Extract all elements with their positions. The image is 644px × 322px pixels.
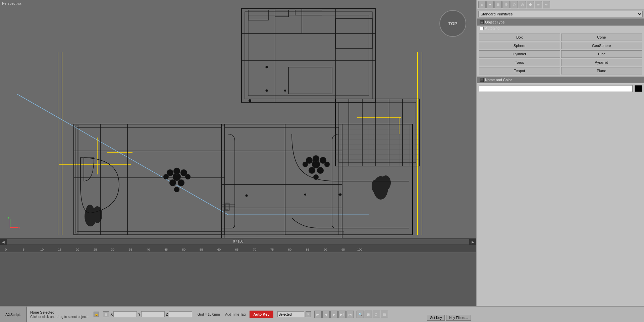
axscript-button[interactable]: AXScript. [0, 307, 27, 322]
coord-x-icon[interactable]: ⊞ [103, 311, 109, 317]
transport-next-frame[interactable]: ▶| [338, 311, 346, 318]
svg-point-93 [246, 195, 248, 197]
svg-point-47 [169, 179, 176, 186]
object-type-label: Object Type [485, 20, 505, 24]
btn-geosphere[interactable]: GeoSphere [561, 42, 642, 49]
svg-point-58 [313, 155, 319, 162]
toolbar-icon-4[interactable]: ⚙ [502, 1, 510, 8]
x-coord-input[interactable] [113, 311, 137, 317]
svg-point-95 [304, 194, 306, 196]
autogrid-checkbox[interactable] [480, 26, 484, 30]
timeline-ruler: 0 5 10 15 20 25 30 35 40 45 50 55 60 65 … [0, 245, 476, 252]
misc-btn-2[interactable]: ▤ [381, 311, 388, 318]
transport-end[interactable]: ⏭ [346, 311, 354, 318]
status-bar: AXScript. None Selected Click or click-a… [0, 306, 644, 322]
add-time-tag-label: Add Time Tag [225, 313, 246, 316]
svg-point-56 [309, 167, 315, 174]
key-filters-button[interactable]: Key Filters... [446, 315, 471, 321]
selection-lock-icon[interactable]: 🔒 [94, 312, 99, 317]
selected-dropdown-arrow[interactable]: ▼ [306, 311, 311, 317]
color-swatch[interactable] [635, 85, 642, 92]
y-coord-input[interactable] [141, 311, 165, 317]
svg-point-75 [381, 175, 391, 190]
transport-prev-frame[interactable]: ◀ [322, 311, 330, 318]
svg-point-49 [173, 168, 180, 174]
svg-point-91 [266, 90, 268, 92]
object-type-grid: Box Cone Sphere GeoSphere Cylinder Tube … [477, 32, 644, 76]
svg-point-50 [163, 174, 169, 179]
toolbar-icon-8[interactable]: ≋ [535, 1, 542, 8]
svg-point-57 [317, 167, 324, 174]
btn-teapot[interactable]: Teapot [479, 67, 560, 74]
x-label: X [110, 313, 113, 316]
toolbar-icon-7[interactable]: ⬢ [527, 1, 534, 8]
misc-btn-1[interactable]: ⬡ [373, 311, 380, 318]
right-toolbar: ◈ ✦ ⊞ ⚙ ⬡ ◎ ⬢ ≋ ∿ [477, 0, 644, 9]
timeline-scrubber[interactable]: 0 / 100 [7, 239, 470, 245]
autogrid-row: AutoGrid [477, 25, 644, 32]
transport-start[interactable]: ⏮ [314, 311, 322, 318]
timeline-track-prev[interactable]: ◀ [0, 239, 7, 245]
btn-torus[interactable]: Torus [479, 59, 560, 66]
btn-cylinder[interactable]: Cylinder [479, 50, 560, 58]
compass-label: TOP [448, 21, 458, 26]
status-selected-text: None Selected [30, 310, 88, 314]
btn-pyramid[interactable]: Pyramid [561, 59, 642, 66]
axscript-label: AXScript. [5, 313, 21, 317]
svg-text:Y: Y [8, 217, 10, 219]
svg-rect-0 [0, 0, 476, 238]
toolbar-icon-3[interactable]: ⊞ [494, 1, 502, 8]
toolbar-icon-9[interactable]: ∿ [543, 1, 550, 8]
timeline-frame-display: 0 / 100 [233, 239, 244, 243]
primitive-type-select[interactable]: Standard Primitives [478, 11, 643, 17]
svg-point-89 [249, 99, 251, 102]
btn-plane[interactable]: Plane [561, 67, 642, 74]
transport-play[interactable]: ▶ [330, 311, 338, 318]
svg-point-76 [372, 179, 380, 193]
search-icon-btn[interactable]: 🔍 [357, 311, 364, 318]
grid-label: Grid = 10.0mm [198, 313, 220, 316]
autogrid-label: AutoGrid [485, 26, 499, 30]
btn-cone[interactable]: Cone [561, 34, 642, 41]
toolbar-icon-5[interactable]: ⬡ [511, 1, 518, 8]
name-color-label: Name and Color [485, 78, 512, 82]
auto-key-button[interactable]: Auto Key [250, 311, 273, 318]
svg-point-60 [324, 162, 330, 167]
z-coord-input[interactable] [169, 311, 192, 317]
toolbar-icon-6[interactable]: ◎ [519, 1, 526, 8]
name-color-content [477, 83, 644, 94]
right-panel: ◈ ✦ ⊞ ⚙ ⬡ ◎ ⬢ ≋ ∿ Standard Primitives − … [476, 0, 644, 322]
timeline-track-next[interactable]: ▶ [470, 239, 476, 245]
svg-point-92 [284, 90, 286, 92]
timeline-track: ◀ 0 / 100 ▶ [0, 239, 476, 245]
grid-snap-btn[interactable]: ⊞ [365, 311, 372, 318]
toolbar-icon-1[interactable]: ◈ [478, 1, 486, 8]
primitive-dropdown-container: Standard Primitives [477, 9, 644, 19]
object-name-input[interactable] [479, 85, 633, 92]
btn-sphere[interactable]: Sphere [479, 42, 560, 49]
svg-point-96 [338, 194, 340, 196]
svg-point-48 [178, 179, 184, 186]
svg-point-52 [174, 187, 179, 192]
viewport-compass: TOP [439, 10, 466, 37]
svg-point-90 [266, 66, 268, 68]
svg-text:X: X [19, 226, 20, 229]
set-key-button[interactable]: Set Key [427, 315, 445, 321]
status-hint-text: Click or click-and-drag to select object… [30, 315, 88, 319]
name-color-collapse[interactable]: − [480, 78, 484, 82]
btn-box[interactable]: Box [479, 34, 560, 41]
toolbar-icon-2[interactable]: ✦ [486, 1, 494, 8]
object-type-section-header: − Object Type [477, 19, 644, 25]
viewport-3d[interactable]: Perspectiva [0, 0, 476, 238]
svg-point-51 [185, 174, 191, 179]
name-color-section-header: − Name and Color [477, 76, 644, 83]
btn-tube[interactable]: Tube [561, 50, 642, 58]
selected-input[interactable] [277, 311, 304, 317]
y-label: Y [138, 313, 141, 316]
status-info: None Selected Click or click-and-drag to… [27, 307, 92, 322]
z-label: Z [166, 313, 168, 316]
viewport-label: Perspectiva [2, 1, 21, 5]
object-type-collapse[interactable]: − [480, 20, 484, 24]
svg-point-73 [92, 206, 102, 223]
svg-point-59 [303, 162, 308, 167]
